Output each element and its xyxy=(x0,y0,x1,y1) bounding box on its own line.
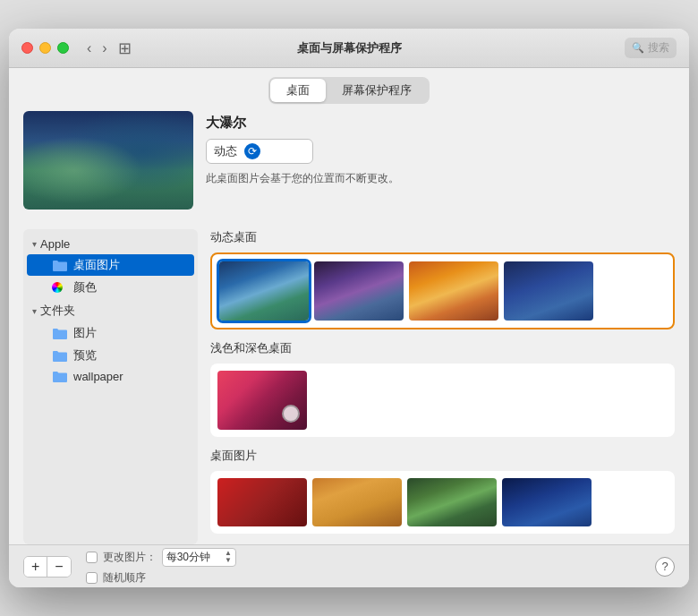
change-options: 更改图片： 每30分钟 ▲ ▼ 随机顺序 xyxy=(86,548,236,586)
sidebar-section-apple: ▾ Apple 桌面图片 xyxy=(23,235,198,298)
wallpaper-title: 大瀑尔 xyxy=(206,115,399,132)
tab-screensaver[interactable]: 屏幕保护程序 xyxy=(326,79,428,102)
sidebar-item-pictures[interactable]: 图片 xyxy=(27,322,194,344)
dropdown-row: 动态 ⟳ xyxy=(206,139,399,164)
tab-desktop[interactable]: 桌面 xyxy=(270,79,326,102)
interval-arrows-icon: ▲ ▼ xyxy=(225,550,232,564)
sidebar-item-colors-label: 颜色 xyxy=(73,279,97,295)
thumb-mojave[interactable] xyxy=(409,261,498,321)
dropdown-label: 动态 xyxy=(214,143,237,159)
add-button[interactable]: + xyxy=(24,557,47,577)
desktop-pics-title: 桌面图片 xyxy=(210,448,675,464)
desktop-pics-container xyxy=(210,471,675,534)
change-images-checkbox[interactable] xyxy=(86,552,98,563)
dynamic-section: 动态桌面 xyxy=(210,229,675,329)
folder-icon-preview xyxy=(52,349,68,362)
desktop-pics-row xyxy=(217,478,668,526)
desktop-pics-section: 桌面图片 xyxy=(210,448,675,534)
nav-buttons: ‹ › xyxy=(83,38,111,58)
tabs-group: 桌面 屏幕保护程序 xyxy=(268,77,430,104)
folder-icon xyxy=(52,259,68,271)
thumb-light-dark[interactable] xyxy=(217,371,307,430)
thumb-catalina-dusk[interactable] xyxy=(314,261,404,321)
color-wheel-icon xyxy=(52,281,68,294)
help-button[interactable]: ? xyxy=(655,557,675,577)
fullscreen-button[interactable] xyxy=(57,42,69,54)
random-order-row: 随机顺序 xyxy=(86,570,236,586)
sidebar-group-apple[interactable]: ▾ Apple xyxy=(23,235,198,253)
window-title: 桌面与屏幕保护程序 xyxy=(297,40,402,56)
search-icon: 🔍 xyxy=(632,42,644,54)
sidebar-item-pictures-label: 图片 xyxy=(73,325,97,341)
back-button[interactable]: ‹ xyxy=(83,38,95,58)
sidebar-item-preview[interactable]: 预览 xyxy=(27,345,194,366)
dynamic-section-title: 动态桌面 xyxy=(210,229,675,245)
chevron-down-icon-files: ▾ xyxy=(32,306,37,316)
light-dark-section-title: 浅色和深色桌面 xyxy=(210,340,675,356)
dropdown-description: 此桌面图片会基于您的位置而不断更改。 xyxy=(206,171,399,186)
light-dark-section: 浅色和深色桌面 xyxy=(210,340,675,437)
close-button[interactable] xyxy=(21,42,33,54)
add-remove-group: + − xyxy=(23,556,72,578)
forward-button[interactable]: › xyxy=(98,38,110,58)
sidebar-section-files: ▾ 文件夹 图片 xyxy=(23,300,198,386)
sidebar-item-wallpaper[interactable]: wallpaper xyxy=(27,367,194,386)
sidebar-item-colors[interactable]: 颜色 xyxy=(27,277,194,298)
preview-image xyxy=(23,111,193,210)
light-dark-container xyxy=(210,364,675,437)
search-placeholder: 搜索 xyxy=(648,40,669,56)
sidebar-group-apple-label: Apple xyxy=(40,237,70,251)
dynamic-thumbnails-row xyxy=(219,261,666,321)
grid-button[interactable]: ⊞ xyxy=(118,38,132,58)
chevron-icon: ⟳ xyxy=(248,145,257,158)
folder-icon-pictures xyxy=(52,327,68,339)
interval-label: 每30分钟 xyxy=(166,550,210,565)
random-order-label: 随机顺序 xyxy=(103,570,146,586)
preview-area: 大瀑尔 动态 ⟳ 此桌面图片会基于您的位置而不断更改。 xyxy=(9,111,689,229)
change-images-row: 更改图片： 每30分钟 ▲ ▼ xyxy=(86,548,236,567)
main-window: ‹ › ⊞ 桌面与屏幕保护程序 🔍 搜索 桌面 屏幕保护程序 大瀑尔 动态 ⟳ xyxy=(9,29,689,587)
style-dropdown[interactable]: 动态 ⟳ xyxy=(206,139,313,164)
dropdown-arrow-icon: ⟳ xyxy=(244,143,260,159)
thumb-catalina-day[interactable] xyxy=(219,261,309,321)
sidebar-item-desktop-pictures[interactable]: 桌面图片 xyxy=(27,254,194,276)
sidebar-item-preview-label: 预览 xyxy=(73,347,97,364)
preview-info: 大瀑尔 动态 ⟳ 此桌面图片会基于您的位置而不断更改。 xyxy=(206,111,399,186)
bottom-toolbar: + − 更改图片： 每30分钟 ▲ ▼ 随机顺序 ? xyxy=(9,544,689,587)
remove-button[interactable]: − xyxy=(47,557,70,577)
tabs-bar: 桌面 屏幕保护程序 xyxy=(9,68,689,111)
random-order-checkbox[interactable] xyxy=(86,572,98,584)
chevron-down-icon: ▾ xyxy=(32,239,37,249)
sidebar-group-files-label: 文件夹 xyxy=(40,303,75,319)
combined-area: ▾ Apple 桌面图片 xyxy=(9,229,689,544)
change-images-label: 更改图片： xyxy=(103,550,157,565)
wallpaper-preview xyxy=(23,111,193,210)
sidebar-list: ▾ Apple 桌面图片 xyxy=(23,229,198,544)
dthumb-bluenight[interactable] xyxy=(502,478,592,526)
dthumb-dunes[interactable] xyxy=(312,478,402,526)
dthumb-red[interactable] xyxy=(217,478,307,526)
thumb-dark-blue[interactable] xyxy=(504,261,593,321)
dynamic-thumbnails-container xyxy=(210,252,675,329)
sidebar-group-files[interactable]: ▾ 文件夹 xyxy=(23,300,198,321)
interval-select[interactable]: 每30分钟 ▲ ▼ xyxy=(162,548,236,567)
traffic-lights xyxy=(21,42,69,54)
sidebar-item-wallpaper-label: wallpaper xyxy=(73,370,123,383)
titlebar: ‹ › ⊞ 桌面与屏幕保护程序 🔍 搜索 xyxy=(9,29,689,68)
sidebar-item-desktop-pictures-label: 桌面图片 xyxy=(73,257,120,273)
left-column: ▾ Apple 桌面图片 xyxy=(23,229,198,544)
folder-icon-wallpaper xyxy=(52,371,68,383)
dthumb-forest[interactable] xyxy=(407,478,497,526)
minimize-button[interactable] xyxy=(39,42,51,54)
main-panel: 动态桌面 浅色和深色桌面 桌面图片 xyxy=(210,229,675,544)
search-area[interactable]: 🔍 搜索 xyxy=(625,38,677,58)
